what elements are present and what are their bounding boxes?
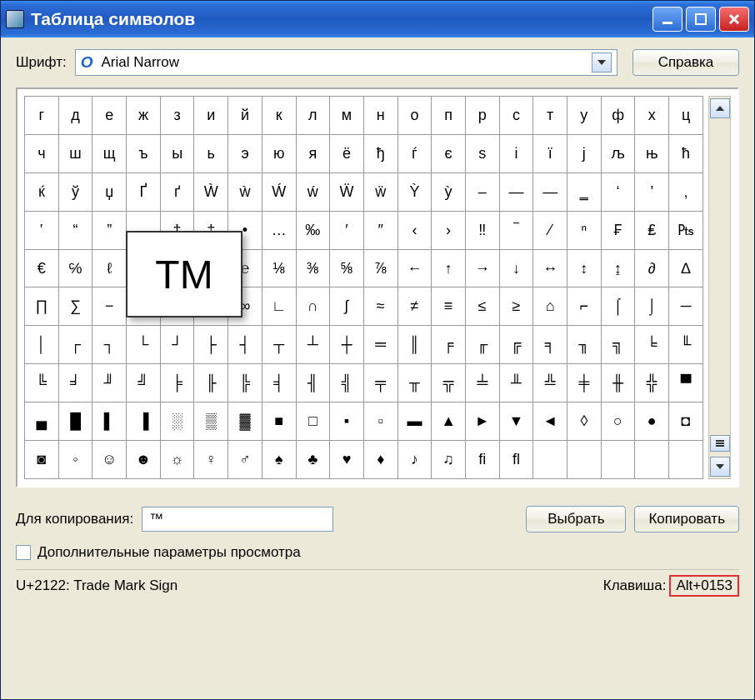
char-cell[interactable]: ∫: [330, 288, 364, 326]
chevron-down-icon[interactable]: [592, 52, 612, 72]
char-cell[interactable]: ╜: [92, 364, 127, 402]
char-cell[interactable]: ё: [330, 134, 364, 172]
char-cell[interactable]: ╛: [58, 364, 92, 402]
char-cell[interactable]: ■: [262, 402, 296, 441]
char-cell[interactable]: ﬂ: [499, 441, 533, 479]
char-cell[interactable]: ∩: [296, 288, 330, 326]
char-cell[interactable]: ○: [601, 402, 635, 441]
char-cell[interactable]: ℓ: [92, 249, 127, 288]
char-cell[interactable]: ₣: [601, 211, 635, 249]
char-cell[interactable]: к: [262, 97, 296, 135]
char-cell[interactable]: ◘: [669, 402, 703, 441]
char-cell[interactable]: –: [465, 172, 499, 211]
char-cell[interactable]: у: [568, 97, 602, 135]
char-cell[interactable]: ъ: [127, 134, 161, 172]
char-cell[interactable]: ⌡: [635, 288, 669, 326]
char-cell[interactable]: ♪: [398, 441, 432, 479]
char-cell[interactable]: ч: [25, 134, 59, 172]
char-cell[interactable]: ш: [58, 134, 92, 172]
char-cell[interactable]: ┌: [58, 326, 92, 364]
char-cell[interactable]: ╥: [398, 364, 432, 402]
char-cell[interactable]: [568, 441, 602, 479]
char-cell[interactable]: ґ: [160, 172, 194, 211]
minimize-button[interactable]: [652, 7, 682, 32]
char-cell[interactable]: ♣: [296, 441, 330, 479]
char-cell[interactable]: ●: [635, 402, 669, 441]
char-cell[interactable]: ─: [669, 288, 703, 326]
char-cell[interactable]: г: [25, 97, 59, 135]
char-cell[interactable]: ў: [58, 172, 92, 211]
char-cell[interactable]: д: [58, 97, 92, 135]
char-cell[interactable]: ѓ: [398, 134, 432, 172]
char-cell[interactable]: Ỳ: [398, 172, 432, 211]
char-cell[interactable]: ј: [568, 134, 602, 172]
char-cell[interactable]: Ґ: [127, 172, 161, 211]
char-cell[interactable]: ‹: [398, 211, 432, 249]
char-cell[interactable]: ╓: [465, 326, 499, 364]
char-cell[interactable]: љ: [601, 134, 635, 172]
char-cell[interactable]: ╕: [533, 326, 568, 364]
char-cell[interactable]: ▪: [330, 402, 364, 441]
close-button[interactable]: [719, 7, 749, 32]
char-cell[interactable]: ☻: [127, 441, 161, 479]
char-cell[interactable]: ‚: [669, 172, 703, 211]
char-cell[interactable]: ╢: [296, 364, 330, 402]
char-cell[interactable]: т: [533, 97, 568, 135]
char-cell[interactable]: ▐: [127, 402, 161, 441]
char-cell[interactable]: │: [25, 326, 59, 364]
char-cell[interactable]: ỳ: [432, 172, 466, 211]
char-cell[interactable]: ╧: [465, 364, 499, 402]
char-cell[interactable]: ╖: [568, 326, 602, 364]
char-cell[interactable]: ┬: [262, 326, 296, 364]
char-cell[interactable]: ₤: [635, 211, 669, 249]
char-cell[interactable]: ”: [92, 211, 127, 249]
char-cell[interactable]: ♫: [432, 441, 466, 479]
char-cell[interactable]: ⌠: [601, 288, 635, 326]
char-cell[interactable]: ╡: [262, 364, 296, 402]
char-cell[interactable]: ↔: [533, 249, 568, 288]
char-cell[interactable]: ╩: [533, 364, 568, 402]
char-cell[interactable]: ☺: [92, 441, 127, 479]
char-cell[interactable]: ∟: [262, 288, 296, 326]
char-cell[interactable]: ⅞: [363, 249, 398, 288]
char-cell[interactable]: Ẁ: [194, 172, 228, 211]
copy-input[interactable]: [142, 507, 333, 532]
char-cell[interactable]: ◄: [533, 402, 568, 441]
char-cell[interactable]: ╘: [635, 326, 669, 364]
copy-button[interactable]: Копировать: [634, 506, 739, 532]
char-cell[interactable]: ╞: [160, 364, 194, 402]
char-cell[interactable]: ‾: [499, 211, 533, 249]
char-cell[interactable]: ≡: [432, 288, 466, 326]
char-cell[interactable]: ↨: [601, 249, 635, 288]
char-cell[interactable]: ▲: [432, 402, 466, 441]
char-cell[interactable]: →: [465, 249, 499, 288]
char-cell[interactable]: ╝: [127, 364, 161, 402]
char-cell[interactable]: ▼: [499, 402, 533, 441]
char-cell[interactable]: ⌂: [533, 288, 568, 326]
char-cell[interactable]: [669, 441, 703, 479]
char-cell[interactable]: ₧: [669, 211, 703, 249]
char-cell[interactable]: €: [25, 249, 59, 288]
char-cell[interactable]: ∂: [635, 249, 669, 288]
char-cell[interactable]: [533, 441, 568, 479]
char-cell[interactable]: ‛: [25, 211, 59, 249]
char-cell[interactable]: ẁ: [228, 172, 262, 211]
char-cell[interactable]: ⅝: [330, 249, 364, 288]
char-cell[interactable]: −: [92, 288, 127, 326]
char-cell[interactable]: ћ: [669, 134, 703, 172]
char-cell[interactable]: ≥: [499, 288, 533, 326]
char-cell[interactable]: ⁄: [533, 211, 568, 249]
char-cell[interactable]: ◊: [568, 402, 602, 441]
char-cell[interactable]: №: [127, 249, 161, 288]
char-cell[interactable]: ╟: [194, 364, 228, 402]
char-cell[interactable]: ℮: [228, 249, 262, 288]
scrollbar[interactable]: [708, 96, 731, 479]
char-cell[interactable]: ┼: [330, 326, 364, 364]
char-cell[interactable]: ↑: [432, 249, 466, 288]
char-cell[interactable]: ∙: [160, 288, 194, 326]
char-cell[interactable]: х: [635, 97, 669, 135]
char-cell[interactable]: ѕ: [465, 134, 499, 172]
char-cell[interactable]: ц: [669, 97, 703, 135]
char-cell[interactable]: ›: [432, 211, 466, 249]
char-cell[interactable]: ╬: [635, 364, 669, 402]
